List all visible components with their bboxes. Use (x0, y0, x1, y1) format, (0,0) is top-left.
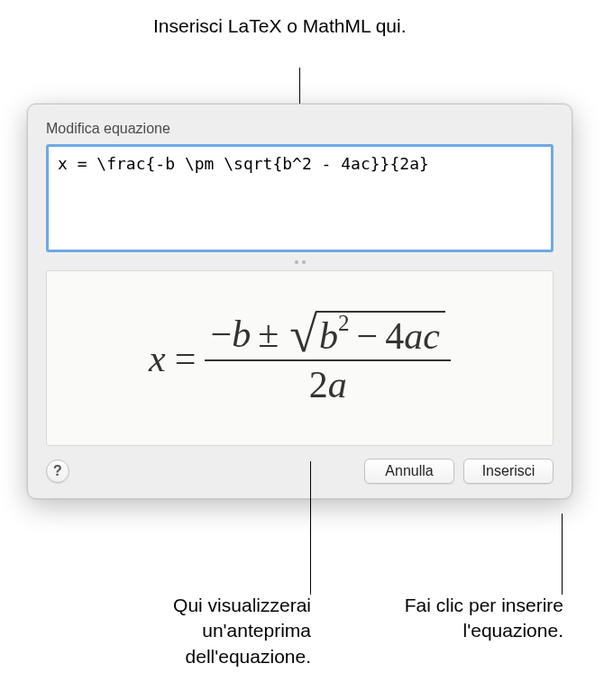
eq-minus: − (210, 313, 232, 356)
dialog-button-row: ? Annulla Inserisci (46, 459, 554, 484)
radical-icon: √ (289, 312, 317, 357)
rendered-equation: x = − b ± √ b2 − 4 a c (149, 309, 451, 408)
latex-input[interactable] (46, 144, 554, 252)
eq-lhs: x (149, 337, 166, 380)
eq-equals: = (175, 337, 197, 380)
eq-radicand: b2 − 4 a c (316, 311, 445, 358)
eq-c: c (423, 314, 440, 358)
callout-top: Inserisci LaTeX o MathML qui. (153, 14, 407, 39)
dialog-title: Modifica equazione (46, 121, 554, 137)
insert-button[interactable]: Inserisci (463, 459, 554, 484)
eq-sqrt: √ b2 − 4 a c (289, 311, 445, 358)
eq-b2-b: b (319, 314, 338, 358)
callout-leader-line (562, 514, 563, 595)
eq-fraction: − b ± √ b2 − 4 a c (205, 309, 450, 408)
resize-grip[interactable] (294, 259, 307, 265)
eq-b2-exp: 2 (338, 311, 350, 336)
equation-editor-dialog: Modifica equazione x = − b ± √ b2 − 4 (27, 104, 572, 499)
cancel-button[interactable]: Annulla (364, 459, 454, 484)
callout-leader-line (310, 461, 311, 595)
eq-numerator: − b ± √ b2 − 4 a c (205, 309, 450, 359)
eq-b: b (232, 313, 251, 356)
eq-denominator: 2 a (304, 361, 352, 408)
help-button[interactable]: ? (46, 459, 69, 483)
eq-a: a (404, 314, 423, 358)
callout-bottom-left: Qui visualizzerai un'anteprima dell'equa… (113, 593, 311, 669)
equation-preview: x = − b ± √ b2 − 4 a c (46, 270, 554, 446)
eq-minus-2: − (357, 314, 379, 358)
eq-den-a: a (328, 363, 347, 406)
eq-pm: ± (258, 313, 279, 356)
eq-two: 2 (309, 363, 328, 406)
eq-four: 4 (385, 314, 404, 358)
callout-bottom-right: Fai clic per inserire l'equazione. (401, 593, 563, 644)
